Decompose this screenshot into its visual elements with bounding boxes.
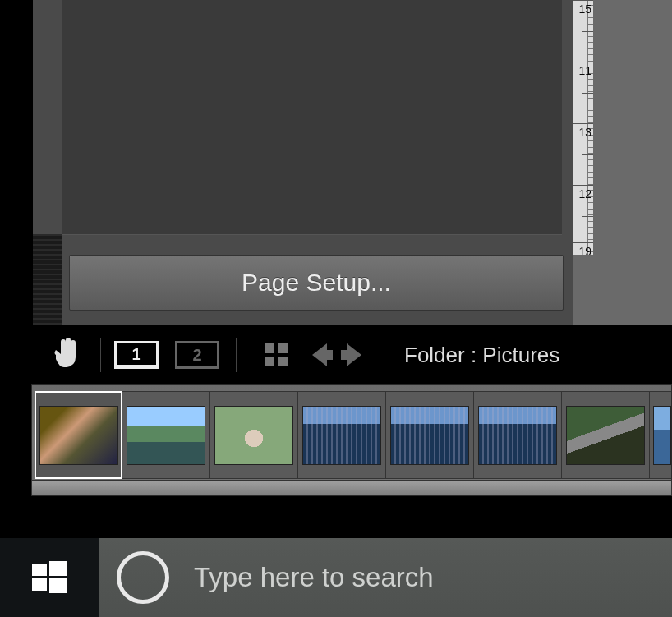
preview-area: [62, 0, 562, 235]
ruler-tick: 15: [578, 2, 591, 16]
source-folder-label[interactable]: Folder : Pictures: [404, 343, 559, 368]
print-canvas-area[interactable]: 15 11 13 12 19: [573, 0, 672, 325]
filmstrip-thumbnail[interactable]: [122, 391, 210, 479]
filmstrip-scrollbar[interactable]: [31, 480, 672, 495]
ruler-tick: 11: [578, 64, 591, 77]
page-number: 1: [131, 345, 140, 364]
filmstrip-thumbnail[interactable]: [210, 391, 298, 479]
hand-tool-icon[interactable]: [49, 335, 79, 375]
ruler-tick: 19: [578, 245, 591, 255]
svg-rect-3: [49, 578, 67, 593]
previous-photo-button[interactable]: [312, 343, 327, 366]
cortana-icon: [117, 551, 169, 604]
vertical-ruler: 15 11 13 12 19: [573, 0, 593, 255]
windows-taskbar: Type here to search: [0, 538, 672, 617]
grid-view-button[interactable]: [265, 343, 288, 366]
ruler-tick: 12: [578, 187, 591, 200]
svg-rect-0: [32, 564, 47, 576]
page-number: 2: [192, 346, 201, 365]
page-setup-label: Page Setup...: [242, 269, 391, 297]
spread-page-view-button[interactable]: 2: [175, 341, 219, 369]
next-photo-button[interactable]: [347, 343, 361, 366]
filmstrip-thumbnail[interactable]: [650, 391, 672, 479]
windows-logo-icon: [32, 560, 67, 595]
ruler-tick: 13: [578, 126, 591, 139]
filmstrip-toolbar: 1 2 Folder : Pictures: [33, 332, 672, 378]
left-ruler: [33, 234, 62, 325]
filmstrip-thumbnail[interactable]: [562, 391, 650, 479]
filmstrip-thumbnail[interactable]: [298, 391, 386, 479]
page-setup-button[interactable]: Page Setup...: [69, 255, 564, 311]
filmstrip-thumbnail[interactable]: [474, 391, 562, 479]
svg-rect-2: [32, 578, 47, 591]
filmstrip-thumbnail[interactable]: [35, 391, 122, 479]
taskbar-search[interactable]: Type here to search: [99, 538, 672, 617]
search-placeholder: Type here to search: [194, 562, 434, 593]
filmstrip-thumbnail[interactable]: [386, 391, 474, 479]
start-button[interactable]: [0, 538, 99, 617]
single-page-view-button[interactable]: 1: [114, 341, 159, 369]
svg-rect-1: [49, 561, 67, 576]
